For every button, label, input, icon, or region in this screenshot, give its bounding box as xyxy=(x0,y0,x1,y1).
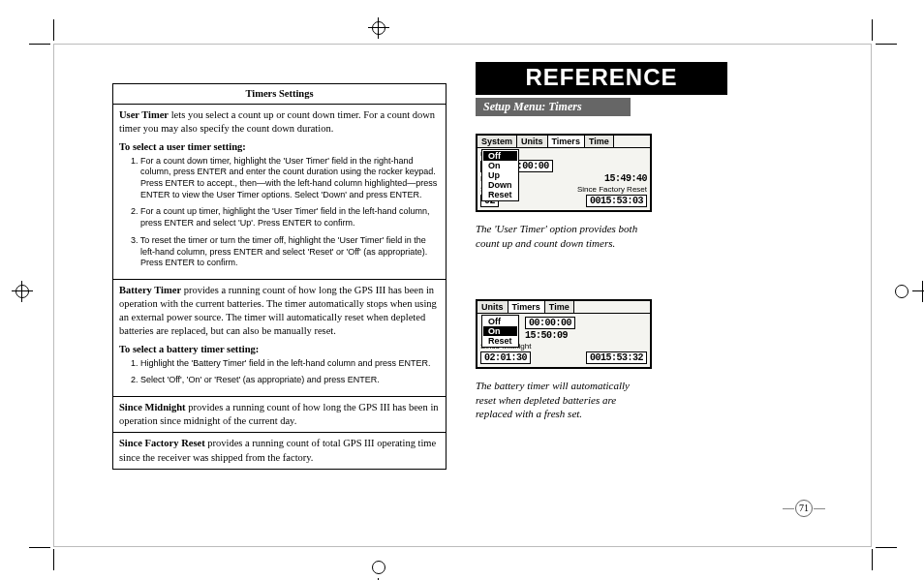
crop-tick xyxy=(53,549,54,570)
since-midnight-section: Since Midnight provides a running count … xyxy=(113,396,446,432)
lcd-value: 02:01:30 xyxy=(480,351,531,364)
lcd-tab-selected: Timers xyxy=(548,136,585,147)
step: 1. For a count down timer, highlight the… xyxy=(131,156,440,201)
reference-subtitle: Setup Menu: Timers xyxy=(476,98,631,116)
caption-2: The battery timer will automatically res… xyxy=(476,379,640,422)
step: 3. To reset the timer or turn the timer … xyxy=(131,235,440,269)
table-title: Timers Settings xyxy=(113,84,446,104)
caption-1: The 'User Timer' option provides both co… xyxy=(476,222,640,251)
user-timer-section: User Timer lets you select a count up or… xyxy=(113,104,446,279)
timers-table: Timers Settings User Timer lets you sele… xyxy=(112,83,447,470)
lcd-tab: Units xyxy=(477,301,508,313)
lcd-value: 0015:53:32 xyxy=(586,351,647,364)
right-column: REFERENCE Setup Menu: Timers System Unit… xyxy=(456,45,871,546)
battery-timer-label: Battery Timer xyxy=(119,285,181,295)
lcd-tab: Time xyxy=(585,136,614,147)
since-midnight-label: Since Midnight xyxy=(119,402,186,412)
lcd-tab: System xyxy=(477,136,517,147)
menu-item: Reset xyxy=(483,190,517,199)
lcd-tab: Time xyxy=(545,301,574,313)
menu-item: Up xyxy=(483,170,517,180)
lcd-dropdown: Off On Reset xyxy=(481,315,519,348)
lcd-tab-selected: Timers xyxy=(508,301,545,313)
left-column: Timers Settings User Timer lets you sele… xyxy=(54,45,456,546)
lcd-value: 00:00:00 xyxy=(525,317,575,329)
menu-item: Off xyxy=(483,317,517,326)
crop-tick xyxy=(872,19,873,41)
crop-tick xyxy=(29,547,50,548)
battery-timer-section: Battery Timer provides a running count o… xyxy=(113,279,446,396)
crop-tick xyxy=(876,547,897,548)
lcd-user-timer: System Units Timers Time User Timer Off … xyxy=(476,134,652,212)
step: 2. For a count up timer, highlight the '… xyxy=(131,206,440,229)
crop-tick xyxy=(876,44,897,45)
step: 1. Highlight the 'Battery Timer' field i… xyxy=(131,358,440,370)
user-timer-label: User Timer xyxy=(119,109,169,120)
menu-item: Down xyxy=(483,180,517,190)
menu-item: On xyxy=(483,161,517,170)
battery-timer-sub: To select a battery timer setting: xyxy=(119,343,440,356)
lcd-tab: Units xyxy=(517,136,548,147)
lcd-battery-timer: Units Timers Time 00:00:00 15:50:09 Sinc… xyxy=(476,299,652,369)
crop-circle-right xyxy=(895,285,909,298)
page: Timers Settings User Timer lets you sele… xyxy=(53,44,872,547)
crop-circle-bottom xyxy=(372,561,385,574)
lcd-dropdown: Off On Up Down Reset xyxy=(481,149,519,201)
lcd-label: Since Factory Reset xyxy=(577,185,647,194)
lcd-value: 15:49:40 xyxy=(604,173,647,184)
crop-circle-top xyxy=(372,21,385,35)
lcd-value: 15:50:09 xyxy=(525,330,568,341)
step: 2. Select 'Off', 'On' or 'Reset' (as app… xyxy=(131,375,440,386)
battery-timer-steps: 1. Highlight the 'Battery Timer' field i… xyxy=(131,358,440,386)
crop-circle-left xyxy=(15,285,29,298)
crop-tick xyxy=(29,44,50,45)
user-timer-sub: To select a user timer setting: xyxy=(119,140,440,154)
menu-item: Off xyxy=(483,151,517,161)
since-factory-label: Since Factory Reset xyxy=(119,438,205,448)
menu-item: Reset xyxy=(483,336,517,346)
crop-tick xyxy=(872,549,873,570)
page-number: 71 xyxy=(795,500,813,517)
lcd-value: 0015:53:03 xyxy=(586,195,647,207)
since-factory-section: Since Factory Reset provides a running c… xyxy=(113,432,446,468)
menu-item: On xyxy=(483,326,517,336)
crop-tick xyxy=(53,19,54,41)
reference-banner: REFERENCE xyxy=(476,62,727,95)
user-timer-steps: 1. For a count down timer, highlight the… xyxy=(131,156,440,269)
